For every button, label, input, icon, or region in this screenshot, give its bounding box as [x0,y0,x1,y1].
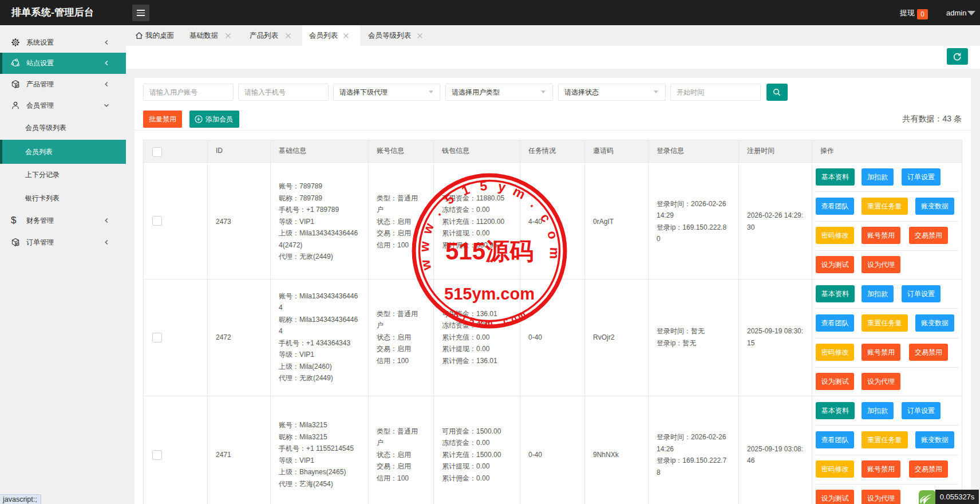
svg-text:w: w [417,241,432,253]
svg-text:515源码: 515源码 [445,238,534,265]
svg-text:.: . [528,197,541,210]
svg-text:m: m [485,318,493,328]
svg-text:5: 5 [442,191,457,207]
svg-text:.: . [495,317,499,327]
svg-text:m: m [547,247,563,259]
svg-text:5: 5 [479,178,488,194]
svg-text:515ym.com: 515ym.com [444,285,535,303]
svg-text:c: c [538,211,554,225]
